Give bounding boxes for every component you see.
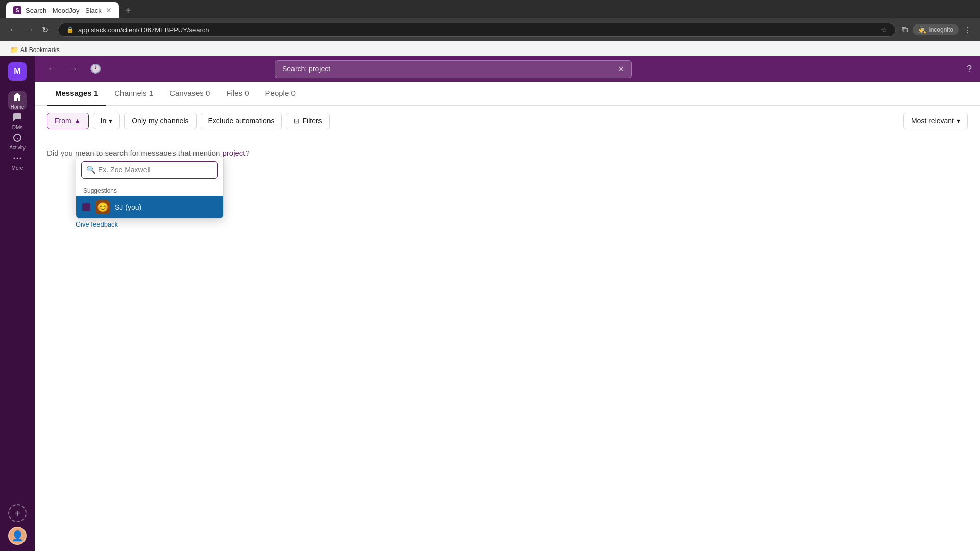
search-bar-container: Search: project ✕ bbox=[275, 60, 632, 78]
browser-actions: ⧉ 🕵 Incognito ⋮ bbox=[900, 23, 974, 37]
tab-title: Search - MoodJoy - Slack bbox=[26, 7, 102, 14]
address-text: app.slack.com/client/T067MEBPPUY/search bbox=[78, 26, 209, 34]
sidebar-dms-label: DMs bbox=[12, 124, 23, 130]
hint-highlight: project bbox=[223, 148, 246, 157]
sidebar-item-dms[interactable]: DMs bbox=[8, 112, 27, 130]
all-bookmarks-item[interactable]: 📁 All Bookmarks bbox=[6, 44, 64, 56]
sort-button[interactable]: Most relevant ▾ bbox=[903, 113, 968, 129]
only-my-channels-button[interactable]: Only my channels bbox=[124, 113, 196, 129]
address-bar-row: ← → ↻ 🔒 app.slack.com/client/T067MEBPPUY… bbox=[0, 18, 980, 41]
tab-bar: S Search - MoodJoy - Slack ✕ + bbox=[0, 0, 980, 18]
filters-label: Filters bbox=[302, 117, 322, 125]
forward-button[interactable]: → bbox=[22, 23, 37, 37]
refresh-button[interactable]: ↻ bbox=[39, 23, 52, 37]
help-button[interactable]: ? bbox=[967, 64, 972, 74]
tab-close-button[interactable]: ✕ bbox=[106, 6, 112, 14]
search-bar-text: Search: project bbox=[282, 65, 614, 73]
star-icon[interactable]: ☆ bbox=[881, 26, 887, 34]
suggestion-name: SJ (you) bbox=[115, 203, 141, 211]
add-workspace-button[interactable]: + bbox=[8, 504, 27, 522]
home-icon bbox=[12, 92, 22, 102]
filters-button[interactable]: ⊟ Filters bbox=[286, 113, 329, 129]
sort-chevron-icon: ▾ bbox=[957, 117, 960, 125]
sidebar-item-home[interactable]: Home bbox=[8, 91, 27, 110]
item-checkbox bbox=[82, 203, 90, 211]
from-filter-button[interactable]: From ▲ bbox=[47, 113, 89, 129]
in-filter-button[interactable]: In ▾ bbox=[93, 113, 120, 129]
sj-avatar: 😊 bbox=[95, 200, 110, 214]
bookmarks-label: All Bookmarks bbox=[20, 46, 60, 54]
give-feedback-container: Give feedback bbox=[76, 219, 118, 229]
workspace-avatar[interactable]: M bbox=[8, 62, 27, 81]
user-avatar[interactable]: 👤 bbox=[8, 527, 27, 545]
from-search-input[interactable] bbox=[81, 161, 218, 179]
in-chevron-icon: ▾ bbox=[109, 117, 112, 125]
in-label: In bbox=[101, 117, 107, 125]
search-bar[interactable]: Search: project ✕ bbox=[275, 60, 632, 78]
from-dropdown: 🔍 Suggestions 😊 SJ (you) bbox=[76, 156, 224, 219]
dms-icon bbox=[12, 112, 22, 122]
sidebar-item-more[interactable]: More bbox=[8, 153, 27, 171]
svg-point-2 bbox=[20, 157, 21, 159]
app-toolbar: ← → 🕐 Search: project ✕ ? bbox=[35, 56, 980, 82]
search-tabs: Messages 1 Channels 1 Canvases 0 Files 0… bbox=[35, 82, 980, 106]
filter-right: Most relevant ▾ bbox=[903, 113, 968, 129]
incognito-badge: 🕵 Incognito bbox=[913, 24, 959, 35]
hint-text-after: ? bbox=[246, 148, 250, 157]
main-content: ← → 🕐 Search: project ✕ ? Messages 1 Cha… bbox=[35, 56, 980, 551]
svg-point-0 bbox=[14, 157, 15, 159]
tab-files[interactable]: Files 0 bbox=[218, 82, 257, 106]
search-close-button[interactable]: ✕ bbox=[618, 64, 624, 74]
from-search-container: 🔍 bbox=[76, 156, 223, 184]
browser-tab[interactable]: S Search - MoodJoy - Slack ✕ bbox=[6, 2, 119, 18]
slack-sidebar: M Home DMs Activity More bbox=[0, 56, 35, 551]
bookmarks-folder-icon: 📁 bbox=[10, 46, 18, 54]
svg-point-1 bbox=[17, 157, 18, 159]
sort-label: Most relevant bbox=[911, 117, 954, 125]
tab-channels[interactable]: Channels 1 bbox=[106, 82, 161, 106]
sidebar-home-label: Home bbox=[11, 104, 24, 110]
tab-people[interactable]: People 0 bbox=[257, 82, 304, 106]
filter-bar: From ▲ In ▾ Only my channels Exclude aut… bbox=[35, 106, 980, 136]
sidebar-more-label: More bbox=[12, 165, 23, 171]
app-container: M Home DMs Activity More bbox=[0, 56, 980, 551]
tab-favicon: S bbox=[13, 6, 21, 14]
from-label: From bbox=[55, 117, 71, 125]
exclude-automations-label: Exclude automations bbox=[208, 117, 275, 125]
app-back-button[interactable]: ← bbox=[43, 62, 60, 77]
give-feedback-link[interactable]: Give feedback bbox=[76, 220, 118, 228]
activity-icon bbox=[12, 133, 22, 143]
incognito-label: Incognito bbox=[928, 26, 953, 33]
app-forward-button[interactable]: → bbox=[64, 62, 82, 77]
tab-canvases[interactable]: Canvases 0 bbox=[161, 82, 218, 106]
extensions-button[interactable]: ⧉ bbox=[900, 23, 910, 36]
only-my-channels-label: Only my channels bbox=[132, 117, 188, 125]
suggestion-item-sj[interactable]: 😊 SJ (you) bbox=[76, 196, 223, 218]
sidebar-bottom: + 👤 bbox=[8, 504, 27, 545]
exclude-automations-button[interactable]: Exclude automations bbox=[201, 113, 282, 129]
sidebar-activity-label: Activity bbox=[9, 145, 26, 151]
sidebar-item-activity[interactable]: Activity bbox=[8, 132, 27, 151]
tab-messages[interactable]: Messages 1 bbox=[47, 82, 106, 106]
menu-button[interactable]: ⋮ bbox=[962, 23, 974, 37]
back-button[interactable]: ← bbox=[6, 23, 20, 37]
filter-icon: ⊟ bbox=[293, 117, 300, 125]
suggestions-label: Suggestions bbox=[76, 184, 223, 196]
address-bar[interactable]: 🔒 app.slack.com/client/T067MEBPPUY/searc… bbox=[58, 23, 896, 37]
more-dots-icon bbox=[12, 153, 22, 163]
lock-icon: 🔒 bbox=[66, 26, 74, 33]
from-search-icon: 🔍 bbox=[86, 165, 96, 174]
new-tab-button[interactable]: + bbox=[121, 3, 135, 18]
browser-navigation: ← → ↻ bbox=[6, 23, 52, 37]
app-history-button[interactable]: 🕐 bbox=[86, 61, 105, 77]
sidebar-divider bbox=[9, 86, 26, 86]
from-chevron-icon: ▲ bbox=[74, 117, 81, 125]
